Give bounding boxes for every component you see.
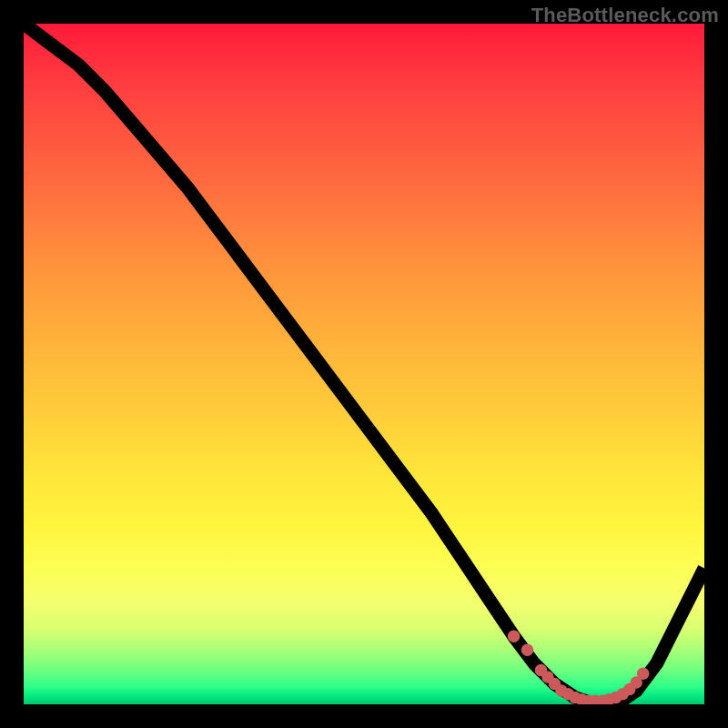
watermark-text: TheBottleneck.com [531,4,719,27]
bottleneck-curve [24,24,704,704]
highlight-dot [521,643,533,655]
plot-area [24,24,704,704]
curve-svg [24,24,704,704]
highlight-dot [508,630,520,642]
highlight-dot [637,668,649,680]
chart-frame: TheBottleneck.com [0,0,728,728]
